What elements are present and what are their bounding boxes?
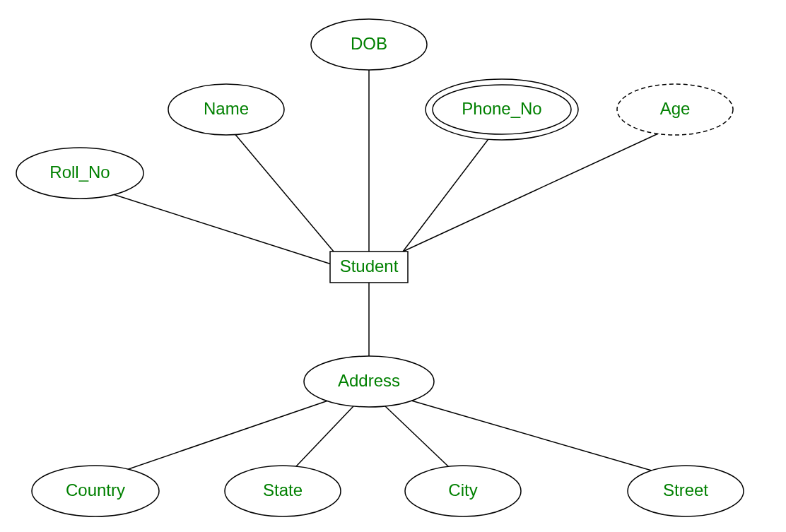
- attr-city: City: [405, 466, 521, 516]
- entity-student-label: Student: [340, 256, 399, 276]
- attr-age-label: Age: [660, 99, 691, 118]
- attr-name: Name: [168, 84, 284, 135]
- attr-name-label: Name: [204, 99, 249, 118]
- attr-age: Age: [617, 84, 733, 135]
- attr-dob: DOB: [311, 19, 427, 70]
- edge-student-age: [403, 131, 664, 252]
- attr-dob-label: DOB: [351, 34, 387, 53]
- attr-state-label: State: [263, 480, 303, 500]
- attr-street: Street: [628, 466, 744, 516]
- entity-student: Student: [330, 252, 408, 283]
- attr-roll-no-label: Roll_No: [49, 162, 110, 182]
- edge-student-rollno: [80, 184, 334, 265]
- edge-student-name: [226, 124, 334, 252]
- attr-country: Country: [32, 466, 159, 516]
- attr-phone-no: Phone_No: [426, 79, 578, 140]
- edge-student-phone: [403, 131, 495, 252]
- attr-roll-no: Roll_No: [16, 148, 143, 199]
- attr-address: Address: [304, 356, 434, 407]
- attr-street-label: Street: [663, 480, 708, 500]
- attr-phone-no-label: Phone_No: [462, 99, 541, 118]
- er-diagram: Student DOB Name Phone_No Age Roll_No Ad…: [0, 0, 786, 532]
- attr-country-label: Country: [66, 480, 125, 500]
- attr-state: State: [225, 466, 341, 516]
- attr-address-label: Address: [338, 371, 400, 390]
- attr-city-label: City: [448, 480, 477, 500]
